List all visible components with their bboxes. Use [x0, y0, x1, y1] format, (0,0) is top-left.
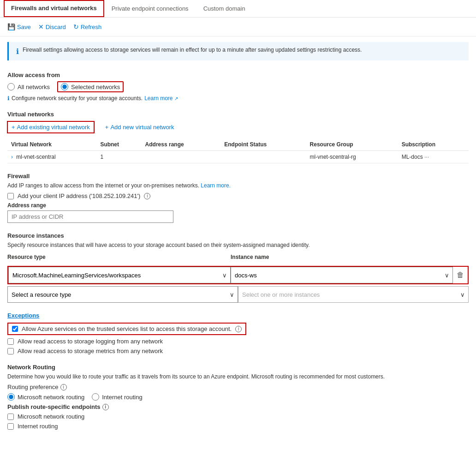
plus-icon2: + — [105, 124, 109, 131]
access-radio-group: All networks Selected networks — [7, 81, 469, 92]
internet-routing-label: Internet routing — [102, 394, 142, 401]
publish-ms-routing-checkbox[interactable] — [7, 414, 14, 420]
selected-networks-radio[interactable] — [61, 83, 68, 90]
instance-name-header: Instance name — [231, 252, 454, 262]
access-learn-more-link[interactable]: Learn more ↗ — [144, 95, 178, 102]
client-ip-checkbox[interactable] — [7, 193, 14, 199]
discard-button[interactable]: ✕ Discard — [38, 21, 66, 32]
col-rg: Resource Group — [306, 138, 398, 151]
save-button[interactable]: 💾 Save — [7, 21, 31, 32]
access-section: Allow access from All networks Selected … — [7, 72, 469, 102]
sub-cell: ML-docs ··· — [398, 151, 469, 163]
publish-internet-routing-label: Internet routing — [18, 423, 58, 430]
resource-instances-section: Resource instances Specify resource inst… — [7, 232, 469, 303]
tab-custom-domain[interactable]: Custom domain — [196, 0, 253, 17]
publish-ms-routing-row: Microsoft network routing — [7, 413, 469, 420]
subnet-cell: 1 — [96, 151, 141, 163]
instance-empty-wrapper: Select one or more instances ∨ — [238, 286, 469, 303]
vnet-table: Virtual Network Subnet Address range End… — [7, 138, 469, 163]
ms-routing-label: Microsoft network routing — [18, 394, 84, 401]
internet-routing-option[interactable]: Internet routing — [92, 393, 142, 401]
firewall-learn-more[interactable]: Learn more. — [201, 182, 231, 189]
all-networks-option[interactable]: All networks — [7, 83, 50, 90]
network-routing-desc: Determine how you would like to route yo… — [7, 373, 469, 380]
add-existing-vnet-button[interactable]: + Add existing virtual network — [7, 121, 94, 133]
addr-cell — [142, 151, 221, 163]
publish-endpoints-label: Publish route-specific endpoints i — [7, 403, 469, 410]
info-bar: ℹ Firewall settings allowing access to s… — [7, 42, 469, 60]
tab-private-endpoint[interactable]: Private endpoint connections — [104, 0, 196, 17]
publish-internet-routing-row: Internet routing — [7, 423, 469, 430]
exception-3-checkbox[interactable] — [7, 348, 14, 354]
vnet-buttons: + Add existing virtual network + Add new… — [7, 121, 469, 133]
virtual-networks-section: Virtual networks + Add existing virtual … — [7, 111, 469, 163]
refresh-button[interactable]: ↻ Refresh — [73, 21, 102, 32]
expand-chevron[interactable]: › — [11, 154, 13, 160]
save-icon: 💾 — [7, 23, 15, 30]
exception-2-checkbox[interactable] — [7, 338, 14, 345]
info-circle-icon: ℹ — [7, 95, 10, 102]
firewall-desc: Add IP ranges to allow access from the i… — [7, 182, 469, 189]
col-vnet: Virtual Network — [7, 138, 96, 151]
vnet-title: Virtual networks — [7, 111, 469, 118]
exception-row-1-wrapper: Allow Azure services on the trusted serv… — [7, 323, 246, 335]
firewall-section: Firewall Add IP ranges to allow access f… — [7, 173, 469, 223]
selected-networks-option[interactable]: Selected networks — [57, 81, 124, 92]
exception-1-info-icon[interactable]: i — [235, 326, 242, 332]
resource-row-1: Microsoft.MachineLearningServices/worksp… — [7, 266, 469, 284]
access-label: Allow access from — [7, 72, 469, 78]
ip-address-input[interactable] — [7, 210, 173, 223]
tab-bar: Firewalls and virtual networks Private e… — [0, 0, 476, 18]
exception-2-label: Allow read access to storage logging fro… — [18, 338, 163, 345]
resource-instances-desc: Specify resource instances that will hav… — [7, 242, 469, 248]
vnet-name: ml-vnet-scentral — [16, 154, 55, 160]
all-networks-label: All networks — [18, 84, 50, 90]
resource-headers: Resource type Instance name — [7, 252, 469, 264]
tab-firewalls[interactable]: Firewalls and virtual networks — [4, 0, 104, 17]
instance-name-select-wrapper: docs-ws ∨ — [231, 267, 453, 283]
col-addr: Address range — [142, 138, 221, 151]
access-info-line: ℹ Configure network security for your st… — [7, 95, 469, 102]
ms-routing-radio[interactable] — [7, 393, 15, 401]
publish-info-icon[interactable]: i — [102, 404, 109, 410]
toolbar: 💾 Save ✕ Discard ↻ Refresh — [0, 18, 476, 36]
all-networks-radio[interactable] — [7, 83, 15, 90]
exception-1-checkbox[interactable] — [12, 326, 18, 332]
resource-type-select[interactable]: Microsoft.MachineLearningServices/worksp… — [8, 267, 231, 283]
resource-row-2: Select a resource type ∨ Select one or m… — [7, 286, 469, 303]
publish-internet-routing-checkbox[interactable] — [7, 423, 14, 430]
delete-resource-button[interactable]: 🗑 — [453, 267, 468, 283]
publish-ms-routing-label: Microsoft network routing — [18, 413, 84, 420]
instance-empty-select[interactable]: Select one or more instances — [238, 286, 469, 303]
ms-routing-option[interactable]: Microsoft network routing — [7, 393, 84, 401]
page-container: Firewalls and virtual networks Private e… — [0, 0, 476, 444]
routing-pref-info-icon[interactable]: i — [60, 384, 67, 390]
exceptions-title[interactable]: Exceptions — [7, 312, 469, 319]
exceptions-section: Exceptions Allow Azure services on the t… — [7, 312, 469, 354]
resource-type-select-wrapper: Microsoft.MachineLearningServices/worksp… — [8, 267, 231, 283]
address-range-label: Address range — [7, 202, 469, 209]
more-button[interactable]: ··· — [424, 154, 429, 160]
firewall-title: Firewall — [7, 173, 469, 180]
resource-type-header: Resource type — [7, 252, 231, 262]
add-existing-label: Add existing virtual network — [17, 124, 90, 131]
resource-type-empty-select[interactable]: Select a resource type — [7, 286, 238, 303]
exception-row-2: Allow read access to storage logging fro… — [7, 338, 469, 345]
client-ip-checkbox-row: Add your client IP address ('108.252.109… — [7, 192, 469, 199]
rg-cell: ml-vnet-scentral-rg — [306, 151, 398, 163]
refresh-icon: ↻ — [73, 23, 79, 30]
add-new-vnet-button[interactable]: + Add new virtual network — [101, 122, 178, 132]
exception-3-label: Allow read access to storage metrics fro… — [18, 348, 163, 354]
col-sub: Subscription — [398, 138, 469, 151]
network-routing-section: Network Routing Determine how you would … — [7, 364, 469, 430]
access-info-text: Configure network security for your stor… — [12, 95, 143, 102]
table-row: › ml-vnet-scentral 1 ml-vnet-scentral-rg… — [7, 151, 469, 163]
instance-name-select[interactable]: docs-ws — [231, 267, 453, 283]
resource-type-empty-wrapper: Select a resource type ∨ — [7, 286, 238, 303]
add-new-label: Add new virtual network — [110, 124, 174, 131]
routing-pref-label: Routing preference i — [7, 384, 469, 390]
resource-instances-title: Resource instances — [7, 232, 469, 239]
client-ip-info-icon[interactable]: i — [144, 193, 150, 199]
network-routing-title: Network Routing — [7, 364, 469, 371]
internet-routing-radio[interactable] — [92, 393, 99, 401]
